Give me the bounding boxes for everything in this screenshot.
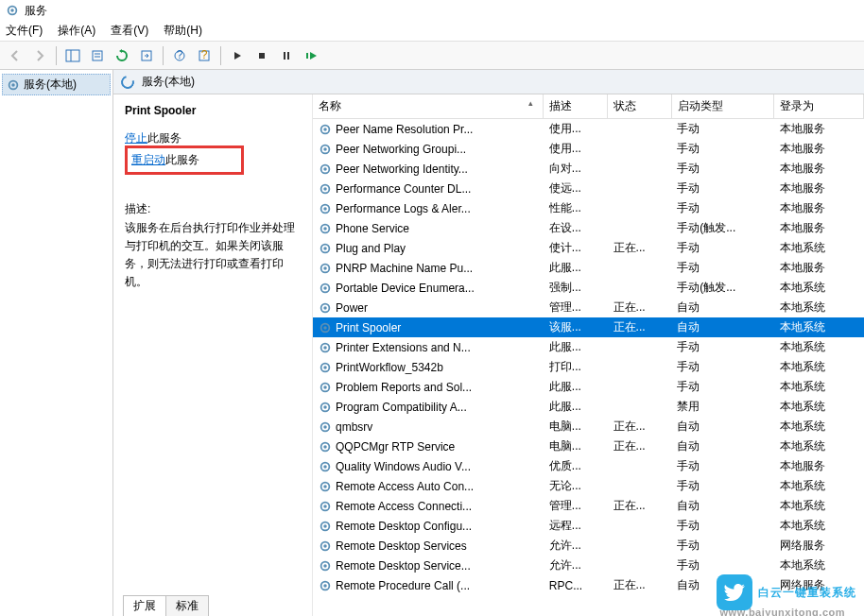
svg-point-39 xyxy=(323,326,327,330)
gear-icon xyxy=(319,500,332,513)
watermark-logo xyxy=(717,574,752,610)
svg-point-51 xyxy=(323,445,327,449)
gear-icon xyxy=(319,361,332,374)
gear-icon xyxy=(319,381,332,394)
service-row[interactable]: Plug and Play使计...正在...手动本地系统 xyxy=(313,238,864,258)
service-row[interactable]: Program Compatibility A...此服...禁用本地系统 xyxy=(313,397,864,417)
service-row[interactable]: PrintWorkflow_5342b打印...手动本地系统 xyxy=(313,357,864,377)
service-row[interactable]: Quality Windows Audio V...优质...手动本地服务 xyxy=(313,456,864,476)
menu-view[interactable]: 查看(V) xyxy=(111,23,148,39)
service-row[interactable]: qmbsrv电脑...正在...自动本地系统 xyxy=(313,417,864,436)
service-row[interactable]: Portable Device Enumera...强制...手动(触发...本… xyxy=(313,278,864,298)
gear-icon xyxy=(319,460,332,473)
svc-logon: 本地系统 xyxy=(774,397,864,417)
service-row[interactable]: Phone Service在设...手动(触发...本地服务 xyxy=(313,218,864,238)
svc-desc: 远程... xyxy=(544,516,608,536)
svc-start: 手动 xyxy=(671,238,773,258)
svc-desc: 管理... xyxy=(544,298,608,317)
svc-start: 手动 xyxy=(671,377,773,397)
svc-desc: RPC... xyxy=(544,575,608,595)
svc-desc: 使计... xyxy=(544,238,608,258)
pause-service-button[interactable] xyxy=(275,44,298,67)
service-row[interactable]: Remote Desktop Service...允许...手动本地系统 xyxy=(313,556,864,575)
svc-status: 正在... xyxy=(608,317,672,337)
col-desc[interactable]: 描述 xyxy=(544,94,608,119)
menu-bar: 文件(F) 操作(A) 查看(V) 帮助(H) xyxy=(0,21,864,42)
svc-name: qmbsrv xyxy=(336,420,372,434)
svc-status: 正在... xyxy=(608,298,672,317)
tree-root-services-local[interactable]: 服务(本地) xyxy=(2,74,111,95)
svg-point-65 xyxy=(323,584,327,588)
show-hide-button[interactable] xyxy=(61,44,84,67)
service-row[interactable]: Printer Extensions and N...此服...手动本地系统 xyxy=(313,337,864,357)
properties-button[interactable] xyxy=(86,44,109,67)
service-row[interactable]: Remote Desktop Services允许...手动网络服务 xyxy=(313,536,864,556)
svc-logon: 本地系统 xyxy=(774,357,864,377)
restart-service-button[interactable] xyxy=(300,44,322,67)
col-logon[interactable]: 登录为 xyxy=(774,94,864,119)
svc-name: Plug and Play xyxy=(336,242,406,255)
start-service-button[interactable] xyxy=(226,44,249,67)
svc-status xyxy=(608,119,672,140)
svc-desc: 允许... xyxy=(544,536,608,556)
svg-text:?: ? xyxy=(201,49,208,61)
service-row[interactable]: Remote Access Connecti...管理...正在...自动本地系… xyxy=(313,496,864,516)
gear-icon xyxy=(7,78,20,92)
svc-status xyxy=(608,139,672,159)
svg-rect-14 xyxy=(287,52,289,60)
svc-logon: 网络服务 xyxy=(774,536,864,556)
menu-help[interactable]: 帮助(H) xyxy=(164,23,202,39)
service-row[interactable]: Print Spooler该服...正在...自动本地系统 xyxy=(313,317,864,337)
service-list[interactable]: 名称 描述 状态 启动类型 登录为 Peer Name Resolution P… xyxy=(312,94,864,616)
svc-start: 手动 xyxy=(671,258,773,278)
gear-icon xyxy=(319,262,332,275)
svc-name: PrintWorkflow_5342b xyxy=(336,361,443,374)
svc-logon: 本地服务 xyxy=(774,218,864,238)
col-start[interactable]: 启动类型 xyxy=(671,94,773,119)
service-row[interactable]: QQPCMgr RTP Service电脑...正在...自动本地系统 xyxy=(313,436,864,456)
service-row[interactable]: Power管理...正在...自动本地系统 xyxy=(313,298,864,317)
svc-name: Remote Access Auto Con... xyxy=(336,480,474,493)
tab-standard[interactable]: 标准 xyxy=(165,595,209,616)
svc-status xyxy=(608,278,672,298)
col-status[interactable]: 状态 xyxy=(608,94,672,119)
svg-point-59 xyxy=(323,524,327,528)
svc-name: Remote Desktop Configu... xyxy=(336,520,472,533)
svc-logon: 本地系统 xyxy=(774,278,864,298)
service-row[interactable]: Performance Counter DL...使远...手动本地服务 xyxy=(313,179,864,198)
restart-service-link[interactable]: 重启动 xyxy=(131,153,165,166)
export-button[interactable] xyxy=(135,44,158,67)
service-row[interactable]: Remote Access Auto Con...无论...手动本地系统 xyxy=(313,476,864,496)
service-row[interactable]: Peer Networking Identity...向对...手动本地服务 xyxy=(313,159,864,179)
menu-action[interactable]: 操作(A) xyxy=(58,23,95,39)
svc-desc: 该服... xyxy=(544,317,608,337)
gear-icon xyxy=(319,202,332,215)
tab-extended[interactable]: 扩展 xyxy=(123,595,166,616)
refresh-button[interactable] xyxy=(111,44,133,67)
svc-logon: 本地系统 xyxy=(774,516,864,536)
svc-logon: 本地系统 xyxy=(774,298,864,317)
menu-file[interactable]: 文件(F) xyxy=(6,23,43,39)
svg-point-45 xyxy=(323,385,327,389)
service-row[interactable]: Performance Logs & Aler...性能...手动本地服务 xyxy=(313,198,864,218)
stop-service-button[interactable] xyxy=(251,44,273,67)
stop-service-link[interactable]: 停止 xyxy=(125,131,147,145)
help-button[interactable]: ? xyxy=(168,44,191,67)
desc-label: 描述: xyxy=(125,201,301,217)
svc-status xyxy=(608,198,672,218)
svc-name: Problem Reports and Sol... xyxy=(336,381,472,394)
stop-service-line: 停止此服务 xyxy=(125,128,301,147)
service-row[interactable]: Peer Networking Groupi...使用...手动本地服务 xyxy=(313,139,864,159)
forward-button xyxy=(28,44,51,67)
col-name[interactable]: 名称 xyxy=(313,94,544,119)
svc-desc: 强制... xyxy=(544,278,608,298)
help2-button[interactable]: ? xyxy=(193,44,216,67)
svg-point-43 xyxy=(323,366,327,369)
service-row[interactable]: Remote Desktop Configu...远程...手动本地系统 xyxy=(313,516,864,536)
service-row[interactable]: Problem Reports and Sol...此服...手动本地系统 xyxy=(313,377,864,397)
gear-icon xyxy=(319,123,332,136)
svc-desc: 此服... xyxy=(544,397,608,417)
service-row[interactable]: Peer Name Resolution Pr...使用...手动本地服务 xyxy=(313,119,864,140)
service-row[interactable]: PNRP Machine Name Pu...此服...手动本地服务 xyxy=(313,258,864,278)
svg-rect-12 xyxy=(259,53,265,59)
